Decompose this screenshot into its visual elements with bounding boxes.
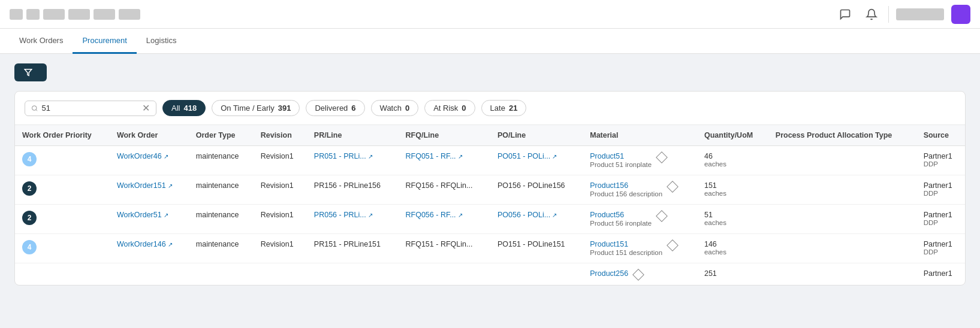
rfq-line-link[interactable]: RFQ056 - RF... ↗ (406, 211, 463, 219)
material-link[interactable]: Product151 (590, 240, 662, 248)
tab-work-orders[interactable]: Work Orders (10, 29, 73, 54)
table-header: Work Order Priority Work Order Order Typ… (15, 125, 965, 146)
chat-icon-button[interactable] (836, 5, 855, 24)
cell-priority: 4 (15, 146, 110, 175)
diamond-icon (667, 239, 679, 251)
po-line-link[interactable]: PO051 - POLi... ↗ (497, 152, 557, 160)
source-main: Partner1 (924, 181, 958, 190)
nav-placeholder-4 (68, 9, 90, 20)
pill-late[interactable]: Late 21 (481, 100, 527, 116)
cell-order-type: maintenance (189, 205, 254, 234)
quantity-value: 251 (704, 269, 761, 278)
header-divider (888, 6, 889, 23)
external-link-icon: ↗ (368, 153, 373, 160)
diamond-icon (632, 269, 644, 281)
cell-revision: Revision1 (254, 146, 307, 175)
pill-delivered[interactable]: Delivered 6 (306, 100, 364, 116)
source-main: Partner1 (924, 240, 958, 248)
pill-watch[interactable]: Watch 0 (371, 100, 419, 116)
cell-process-allocation (768, 146, 916, 175)
pill-on-time-early[interactable]: On Time / Early 391 (212, 100, 300, 116)
col-order-type: Order Type (189, 125, 254, 146)
pill-at-risk[interactable]: At Risk 0 (424, 100, 475, 116)
quantity-value: 46 (704, 152, 761, 160)
col-source: Source (916, 125, 965, 146)
pr-line-link[interactable]: PR051 - PRLi... ↗ (314, 152, 373, 160)
filter-icon (24, 68, 32, 77)
source-sub: DDP (924, 219, 958, 226)
quantity-uom: eaches (704, 190, 761, 197)
pill-watch-count: 0 (405, 104, 409, 113)
cell-process-allocation (768, 205, 916, 234)
external-link-icon: ↗ (368, 212, 373, 218)
cell-po-line (490, 263, 583, 286)
pill-late-label: Late (490, 104, 505, 113)
nav-placeholder-5 (94, 9, 115, 20)
material-desc: Product 151 description (590, 249, 662, 256)
material-link[interactable]: Product56 (590, 211, 652, 219)
table-body: 4WorkOrder46 ↗maintenanceRevision1PR051 … (15, 146, 965, 286)
col-revision: Revision (254, 125, 307, 146)
work-order-link[interactable]: WorkOrder151 ↗ (117, 181, 173, 190)
cell-priority (15, 263, 110, 286)
bell-icon-button[interactable] (862, 5, 881, 24)
quantity-uom: eaches (704, 248, 761, 256)
svg-point-1 (32, 105, 37, 110)
quantity-value: 51 (704, 211, 761, 219)
material-link[interactable]: Product256 (590, 269, 628, 278)
priority-badge: 2 (22, 181, 37, 196)
search-icon (31, 104, 38, 113)
cell-order-type: maintenance (189, 146, 254, 175)
user-avatar[interactable] (951, 5, 970, 24)
priority-badge: 2 (22, 211, 37, 225)
cell-pr-line: PR051 - PRLi... ↗ (307, 146, 399, 175)
source-main: Partner1 (924, 211, 958, 219)
search-input[interactable] (41, 104, 138, 113)
pill-on-time-early-label: On Time / Early (221, 104, 275, 113)
source-main: Partner1 (924, 269, 958, 278)
material-link[interactable]: Product156 (590, 181, 662, 190)
source-sub: DDP (924, 248, 958, 256)
external-link-icon: ↗ (168, 183, 173, 189)
search-clear-button[interactable]: ✕ (142, 104, 150, 113)
tab-procurement[interactable]: Procurement (73, 29, 136, 54)
table-row: 2WorkOrder51 ↗maintenanceRevision1PR056 … (15, 205, 965, 234)
col-po-line: PO/Line (490, 125, 583, 146)
cell-order-type: maintenance (189, 175, 254, 205)
search-box: ✕ (25, 101, 156, 116)
content-area: ✕ All 418 On Time / Early 391 Delivered … (0, 54, 980, 295)
material-link[interactable]: Product51 (590, 152, 652, 160)
cell-rfq-line: RFQ051 - RF... ↗ (399, 146, 490, 175)
cell-quantity: 151eaches (697, 175, 768, 205)
pr-line-link[interactable]: PR056 - PRLi... ↗ (314, 211, 373, 219)
source-sub: DDP (924, 190, 958, 197)
svg-marker-0 (25, 69, 32, 76)
rfq-line-link[interactable]: RFQ051 - RF... ↗ (406, 152, 463, 160)
cell-source: Partner1DDP (916, 205, 965, 234)
work-order-link[interactable]: WorkOrder46 ↗ (117, 152, 168, 160)
filters-button[interactable] (14, 63, 47, 81)
nav-placeholder-3 (43, 9, 65, 20)
pill-late-count: 21 (509, 104, 517, 113)
col-quantity: Quantity/UoM (697, 125, 768, 146)
work-order-link[interactable]: WorkOrder51 ↗ (117, 211, 168, 219)
diamond-icon (656, 151, 668, 163)
cell-pr-line: PR151 - PRLine151 (307, 234, 399, 263)
table-controls: ✕ All 418 On Time / Early 391 Delivered … (15, 92, 965, 125)
material-desc: Product 56 ironplate (590, 220, 652, 227)
work-order-link[interactable]: WorkOrder146 ↗ (117, 240, 173, 248)
diamond-icon (656, 210, 668, 222)
pill-all[interactable]: All 418 (162, 100, 206, 116)
table-row: 4WorkOrder46 ↗maintenanceRevision1PR051 … (15, 146, 965, 175)
cell-work-order: WorkOrder151 ↗ (110, 175, 189, 205)
cell-po-line: PO056 - POLi... ↗ (490, 205, 583, 234)
pill-delivered-count: 6 (351, 104, 355, 113)
cell-work-order: WorkOrder51 ↗ (110, 205, 189, 234)
pill-at-risk-label: At Risk (433, 104, 458, 113)
tab-logistics[interactable]: Logistics (137, 29, 186, 54)
quantity-uom: eaches (704, 219, 761, 226)
external-link-icon: ↗ (458, 153, 463, 160)
cell-pr-line (307, 263, 399, 286)
col-priority: Work Order Priority (15, 125, 110, 146)
po-line-link[interactable]: PO056 - POLi... ↗ (497, 211, 557, 219)
